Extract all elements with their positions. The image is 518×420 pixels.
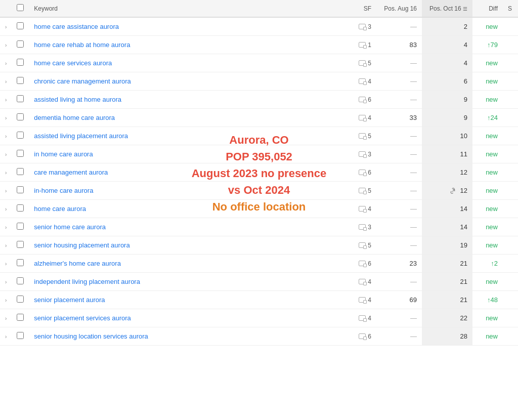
header-pos-oct[interactable]: Pos. Oct 16 ☰ xyxy=(422,0,472,17)
row-expand-cell[interactable]: › xyxy=(0,163,12,182)
row-expand-cell[interactable]: › xyxy=(0,273,12,291)
row-expand-cell[interactable]: › xyxy=(0,309,12,327)
row-checkbox[interactable] xyxy=(17,223,24,230)
keyword-link[interactable]: senior housing location services aurora xyxy=(34,332,148,340)
row-checkbox-cell[interactable] xyxy=(12,145,29,163)
row-checkbox-cell[interactable] xyxy=(12,327,29,346)
row-expand-cell[interactable]: › xyxy=(0,54,12,72)
expand-arrow-icon[interactable]: › xyxy=(5,334,7,340)
row-checkbox[interactable] xyxy=(17,40,24,48)
row-sf-cell: 4 xyxy=(346,291,376,309)
row-checkbox[interactable] xyxy=(17,204,24,212)
row-checkbox-cell[interactable] xyxy=(12,36,29,54)
keyword-link[interactable]: care management aurora xyxy=(34,169,108,176)
keyword-link[interactable]: home care aurora xyxy=(34,205,86,213)
row-checkbox-cell[interactable] xyxy=(12,127,29,145)
row-checkbox-cell[interactable] xyxy=(12,17,29,36)
keyword-link[interactable]: assisted living placement aurora xyxy=(34,132,128,140)
row-expand-cell[interactable]: › xyxy=(0,36,12,54)
row-expand-cell[interactable]: › xyxy=(0,327,12,346)
row-sf-cell: 6 xyxy=(346,163,376,182)
expand-arrow-icon[interactable]: › xyxy=(5,61,7,66)
keyword-link[interactable]: in-home care aurora xyxy=(34,187,93,194)
row-checkbox-cell[interactable] xyxy=(12,218,29,236)
row-checkbox[interactable] xyxy=(17,59,24,66)
expand-arrow-icon[interactable]: › xyxy=(5,298,7,303)
expand-arrow-icon[interactable]: › xyxy=(5,188,7,194)
expand-arrow-icon[interactable]: › xyxy=(5,170,7,176)
row-checkbox[interactable] xyxy=(17,241,24,248)
keyword-link[interactable]: senior placement aurora xyxy=(34,296,105,304)
header-checkbox-cell[interactable] xyxy=(12,0,29,17)
row-checkbox-cell[interactable] xyxy=(12,91,29,109)
row-checkbox-cell[interactable] xyxy=(12,200,29,218)
row-checkbox[interactable] xyxy=(17,314,24,321)
expand-arrow-icon[interactable]: › xyxy=(5,115,7,121)
row-checkbox-cell[interactable] xyxy=(12,309,29,327)
row-checkbox-cell[interactable] xyxy=(12,54,29,72)
expand-arrow-icon[interactable]: › xyxy=(5,97,7,103)
expand-arrow-icon[interactable]: › xyxy=(5,43,7,48)
row-checkbox[interactable] xyxy=(17,186,24,193)
expand-arrow-icon[interactable]: › xyxy=(5,279,7,285)
row-expand-cell[interactable]: › xyxy=(0,91,12,109)
expand-arrow-icon[interactable]: › xyxy=(5,152,7,157)
row-expand-cell[interactable]: › xyxy=(0,109,12,127)
keyword-link[interactable]: senior housing placement aurora xyxy=(34,241,130,249)
row-checkbox-cell[interactable] xyxy=(12,182,29,200)
row-expand-cell[interactable]: › xyxy=(0,182,12,200)
expand-arrow-icon[interactable]: › xyxy=(5,316,7,321)
expand-arrow-icon[interactable]: › xyxy=(5,206,7,212)
row-checkbox[interactable] xyxy=(17,332,24,339)
row-checkbox[interactable] xyxy=(17,95,24,102)
row-keyword-cell: home care aurora xyxy=(29,200,346,218)
row-expand-cell[interactable]: › xyxy=(0,236,12,255)
row-checkbox[interactable] xyxy=(17,22,24,29)
row-checkbox-cell[interactable] xyxy=(12,109,29,127)
expand-arrow-icon[interactable]: › xyxy=(5,134,7,139)
keyword-link[interactable]: alzheimer's home care aurora xyxy=(34,260,121,267)
row-checkbox[interactable] xyxy=(17,150,24,157)
keyword-link[interactable]: chronic care management aurora xyxy=(34,77,131,85)
row-expand-cell[interactable]: › xyxy=(0,127,12,145)
expand-arrow-icon[interactable]: › xyxy=(5,79,7,85)
keyword-link[interactable]: independent living placement aurora xyxy=(34,278,140,285)
row-checkbox[interactable] xyxy=(17,296,24,303)
row-expand-cell[interactable]: › xyxy=(0,72,12,91)
row-s-cell xyxy=(503,145,518,163)
row-checkbox-cell[interactable] xyxy=(12,273,29,291)
row-checkbox[interactable] xyxy=(17,277,24,284)
row-checkbox-cell[interactable] xyxy=(12,72,29,91)
keyword-link[interactable]: home care rehab at home aurora xyxy=(34,41,130,49)
row-checkbox[interactable] xyxy=(17,132,24,139)
header-pos-aug[interactable]: Pos. Aug 16 xyxy=(376,0,422,17)
diff-value: new xyxy=(486,132,498,140)
keyword-link[interactable]: in home care aurora xyxy=(34,150,93,158)
row-expand-cell[interactable]: › xyxy=(0,200,12,218)
keyword-link[interactable]: senior home care aurora xyxy=(34,223,106,231)
row-checkbox-cell[interactable] xyxy=(12,236,29,255)
expand-arrow-icon[interactable]: › xyxy=(5,24,7,30)
expand-arrow-icon[interactable]: › xyxy=(5,261,7,267)
row-checkbox-cell[interactable] xyxy=(12,163,29,182)
row-expand-cell[interactable]: › xyxy=(0,255,12,273)
keyword-link[interactable]: home care services aurora xyxy=(34,59,112,67)
row-expand-cell[interactable]: › xyxy=(0,291,12,309)
row-expand-cell[interactable]: › xyxy=(0,145,12,163)
row-checkbox[interactable] xyxy=(17,259,24,266)
keyword-link[interactable]: assisted living at home aurora xyxy=(34,96,121,103)
expand-arrow-icon[interactable]: › xyxy=(5,243,7,248)
row-expand-cell[interactable]: › xyxy=(0,17,12,36)
sf-icon xyxy=(359,279,366,284)
row-checkbox-cell[interactable] xyxy=(12,291,29,309)
expand-arrow-icon[interactable]: › xyxy=(5,225,7,230)
keyword-link[interactable]: home care assistance aurora xyxy=(34,23,119,30)
keyword-link[interactable]: senior placement services aurora xyxy=(34,314,131,322)
row-expand-cell[interactable]: › xyxy=(0,218,12,236)
row-checkbox[interactable] xyxy=(17,168,24,175)
row-checkbox[interactable] xyxy=(17,113,24,120)
row-checkbox-cell[interactable] xyxy=(12,255,29,273)
row-checkbox[interactable] xyxy=(17,77,24,84)
select-all-checkbox[interactable] xyxy=(17,4,24,11)
keyword-link[interactable]: dementia home care aurora xyxy=(34,114,115,121)
